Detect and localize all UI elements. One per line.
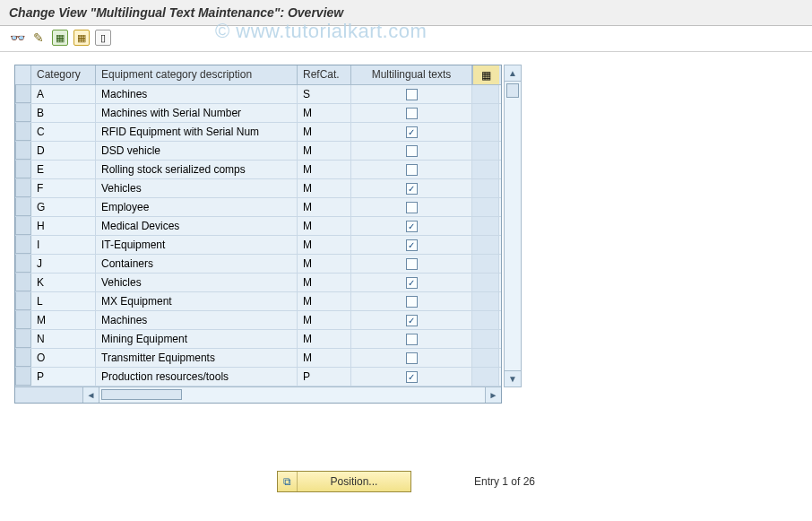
h-scroll-right[interactable]: ► — [485, 387, 501, 403]
row-selector[interactable] — [15, 142, 31, 160]
deselect-all-icon[interactable]: ▯ — [95, 30, 111, 46]
row-selector[interactable] — [15, 179, 31, 197]
table-row[interactable]: OTransmitter EquipmentsM — [15, 349, 501, 368]
cell-description[interactable]: Employee — [96, 198, 298, 216]
cell-category[interactable]: F — [31, 179, 96, 197]
cell-refcat[interactable]: M — [298, 311, 351, 329]
multilingual-checkbox[interactable] — [406, 334, 418, 345]
row-selector[interactable] — [15, 274, 31, 291]
multilingual-checkbox[interactable] — [406, 258, 418, 270]
cell-category[interactable]: I — [31, 236, 96, 254]
cell-description[interactable]: Containers — [96, 255, 298, 273]
table-row[interactable]: MMachinesM✓ — [15, 311, 501, 330]
cell-refcat[interactable]: M — [298, 274, 351, 291]
table-row[interactable]: CRFID Equipment with Serial NumM✓ — [15, 123, 501, 142]
cell-description[interactable]: MX Equipment — [96, 292, 298, 310]
column-description[interactable]: Equipment category description — [96, 65, 298, 84]
cell-multilingual[interactable] — [351, 255, 472, 273]
column-category[interactable]: Category — [31, 65, 96, 84]
cell-description[interactable]: IT-Equipment — [96, 236, 298, 254]
multilingual-checkbox[interactable] — [406, 202, 418, 213]
multilingual-checkbox[interactable] — [406, 89, 418, 100]
select-all-icon[interactable]: ▦ — [52, 30, 68, 46]
cell-refcat[interactable]: P — [298, 368, 351, 386]
row-selector[interactable] — [15, 236, 31, 254]
cell-multilingual[interactable]: ✓ — [351, 311, 472, 329]
h-scroll-thumb[interactable] — [101, 389, 182, 400]
v-scroll-thumb[interactable] — [506, 83, 519, 98]
row-selector[interactable] — [15, 311, 31, 329]
cell-multilingual[interactable] — [351, 349, 472, 367]
multilingual-checkbox[interactable] — [406, 296, 418, 308]
table-row[interactable]: LMX EquipmentM — [15, 292, 501, 311]
row-selector[interactable] — [15, 349, 31, 367]
multilingual-checkbox[interactable]: ✓ — [406, 371, 418, 383]
row-selector[interactable] — [15, 123, 31, 141]
cell-refcat[interactable]: M — [298, 217, 351, 235]
cell-category[interactable]: G — [31, 198, 96, 216]
multilingual-checkbox[interactable] — [406, 352, 418, 364]
table-row[interactable]: BMachines with Serial NumberM — [15, 104, 501, 123]
table-row[interactable]: JContainersM — [15, 255, 501, 274]
details-icon[interactable]: 👓 — [9, 30, 25, 46]
v-scroll-down[interactable]: ▼ — [505, 370, 521, 386]
row-selector[interactable] — [15, 292, 31, 310]
h-scroll-left[interactable]: ◄ — [83, 387, 99, 403]
row-selector[interactable] — [15, 85, 31, 103]
table-row[interactable]: ERolling stock serialized compsM — [15, 161, 501, 179]
cell-description[interactable]: Vehicles — [96, 274, 298, 291]
cell-description[interactable]: Transmitter Equipments — [96, 349, 298, 367]
cell-multilingual[interactable]: ✓ — [351, 217, 472, 235]
h-scroll-track[interactable] — [99, 387, 485, 403]
table-row[interactable]: AMachinesS — [15, 85, 501, 104]
cell-description[interactable]: Production resources/tools — [96, 368, 298, 386]
cell-refcat[interactable]: M — [298, 236, 351, 254]
multilingual-checkbox[interactable]: ✓ — [406, 315, 418, 326]
cell-refcat[interactable]: M — [298, 255, 351, 273]
cell-refcat[interactable]: M — [298, 292, 351, 310]
row-selector[interactable] — [15, 255, 31, 273]
cell-category[interactable]: C — [31, 123, 96, 141]
row-selector[interactable] — [15, 161, 31, 178]
cell-description[interactable]: Medical Devices — [96, 217, 298, 235]
cell-multilingual[interactable] — [351, 161, 472, 178]
cell-description[interactable]: Machines — [96, 85, 298, 103]
row-selector[interactable] — [15, 330, 31, 348]
cell-multilingual[interactable]: ✓ — [351, 123, 472, 141]
cell-category[interactable]: H — [31, 217, 96, 235]
cell-category[interactable]: L — [31, 292, 96, 310]
cell-refcat[interactable]: M — [298, 123, 351, 141]
select-block-icon[interactable]: ▦ — [73, 30, 90, 46]
position-button[interactable]: ⧉ Position... — [277, 471, 411, 492]
cell-refcat[interactable]: M — [298, 179, 351, 197]
cell-category[interactable]: K — [31, 274, 96, 291]
cell-description[interactable]: DSD vehicle — [96, 142, 298, 160]
cell-refcat[interactable]: M — [298, 142, 351, 160]
cell-description[interactable]: Machines — [96, 311, 298, 329]
column-multilingual[interactable]: Multilingual texts — [351, 65, 472, 84]
cell-multilingual[interactable] — [351, 198, 472, 216]
cell-description[interactable]: Vehicles — [96, 179, 298, 197]
multilingual-checkbox[interactable] — [406, 145, 418, 157]
cell-multilingual[interactable] — [351, 104, 472, 122]
table-row[interactable]: IIT-EquipmentM✓ — [15, 236, 501, 255]
cell-category[interactable]: M — [31, 311, 96, 329]
table-row[interactable]: FVehiclesM✓ — [15, 179, 501, 198]
column-refcat[interactable]: RefCat. — [298, 65, 351, 84]
v-scroll-up[interactable]: ▲ — [505, 65, 521, 82]
cell-category[interactable]: P — [31, 368, 96, 386]
row-selector[interactable] — [15, 104, 31, 122]
row-selector[interactable] — [15, 198, 31, 216]
multilingual-checkbox[interactable]: ✓ — [406, 183, 418, 195]
cell-multilingual[interactable]: ✓ — [351, 368, 472, 386]
edit-icon[interactable]: ✎ — [30, 30, 47, 46]
multilingual-checkbox[interactable]: ✓ — [406, 221, 418, 232]
row-selector[interactable] — [15, 368, 31, 386]
row-selector[interactable] — [15, 217, 31, 235]
table-row[interactable]: GEmployeeM — [15, 198, 501, 217]
table-row[interactable]: KVehiclesM✓ — [15, 274, 501, 292]
cell-category[interactable]: N — [31, 330, 96, 348]
cell-category[interactable]: D — [31, 142, 96, 160]
cell-refcat[interactable]: M — [298, 330, 351, 348]
cell-multilingual[interactable]: ✓ — [351, 236, 472, 254]
